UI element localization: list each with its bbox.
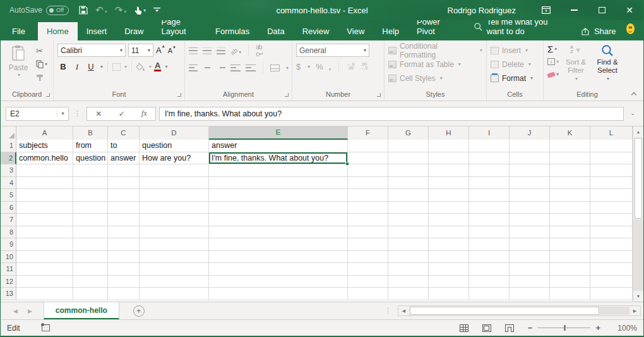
cell-F4[interactable] [348, 177, 388, 190]
cell-D8[interactable] [140, 226, 209, 239]
cell-I12[interactable] [469, 276, 510, 288]
cell-D5[interactable] [140, 189, 209, 202]
zoom-level[interactable]: 100% [614, 324, 637, 333]
cell-C6[interactable] [108, 202, 140, 214]
row-header-7[interactable]: 7 [1, 214, 16, 226]
top-align-icon[interactable] [189, 47, 198, 54]
cell-E13[interactable] [209, 288, 348, 300]
font-color-button[interactable]: A [154, 62, 161, 71]
italic-button[interactable]: I [71, 61, 83, 73]
align-left-icon[interactable] [189, 64, 198, 71]
cell-L1[interactable] [590, 140, 633, 152]
cell-C3[interactable] [108, 164, 140, 177]
cell-L3[interactable] [590, 164, 633, 177]
cell-G13[interactable] [388, 288, 429, 300]
row-header-5[interactable]: 5 [1, 189, 16, 202]
normal-view-icon[interactable] [460, 324, 468, 332]
cell-K6[interactable] [550, 202, 590, 214]
cell-F13[interactable] [348, 288, 388, 300]
font-size-dropdown-icon[interactable]: ▾ [148, 47, 150, 53]
cell-L11[interactable] [590, 263, 633, 276]
cell-E10[interactable] [209, 251, 348, 264]
cell-C4[interactable] [108, 177, 140, 190]
cell-B12[interactable] [73, 276, 108, 288]
fill-handle[interactable] [345, 162, 349, 166]
scroll-down-icon[interactable]: ▼ [633, 291, 643, 302]
cell-B4[interactable] [73, 177, 108, 190]
formula-bar-splitter[interactable]: ⋮ [74, 109, 81, 118]
column-header-J[interactable]: J [510, 126, 550, 140]
cell-K1[interactable] [550, 140, 590, 152]
cell-H4[interactable] [429, 177, 469, 190]
cell-G4[interactable] [388, 177, 429, 190]
column-header-D[interactable]: D [140, 126, 209, 140]
cell-G10[interactable] [388, 251, 429, 264]
insert-function-button[interactable]: fx [141, 109, 147, 118]
zoom-slider-thumb[interactable] [564, 325, 566, 331]
cell-F11[interactable] [348, 263, 388, 276]
column-header-I[interactable]: I [469, 126, 510, 140]
cell-L9[interactable] [590, 238, 633, 251]
cell-F3[interactable] [348, 164, 388, 177]
tab-home[interactable]: Home [38, 22, 78, 40]
cell-D2[interactable]: How are you? [140, 152, 209, 165]
decrease-indent-icon[interactable] [230, 64, 241, 71]
cell-L5[interactable] [590, 189, 633, 202]
cell-J2[interactable] [510, 152, 550, 165]
cell-E4[interactable] [209, 177, 348, 190]
cell-A7[interactable] [16, 214, 73, 226]
column-header-H[interactable]: H [429, 126, 469, 140]
clipboard-dialog-launcher[interactable] [45, 92, 51, 97]
horizontal-scroll-thumb[interactable] [410, 307, 599, 315]
cell-L7[interactable] [590, 214, 633, 226]
scroll-right-icon[interactable]: ▶ [629, 306, 640, 316]
user-name[interactable]: Rodrigo Rodriguez [448, 6, 516, 15]
autosave-toggle[interactable]: AutoSave Off [9, 6, 69, 15]
tab-view[interactable]: View [338, 22, 373, 40]
cell-C10[interactable] [108, 251, 140, 264]
cell-J8[interactable] [510, 226, 550, 239]
name-box-dropdown-icon[interactable]: ▾ [57, 111, 68, 116]
cell-H2[interactable] [429, 152, 469, 165]
merge-center-icon[interactable] [270, 64, 280, 71]
cell-G12[interactable] [388, 276, 429, 288]
number-dialog-launcher[interactable] [376, 92, 381, 97]
cell-A9[interactable] [16, 238, 73, 251]
cell-F5[interactable] [348, 189, 388, 202]
cell-B1[interactable]: from [73, 140, 108, 152]
touch-mouse-mode-icon[interactable]: ▾ [134, 6, 146, 15]
previous-sheet-icon[interactable]: ◀ [13, 308, 18, 314]
cell-E2[interactable]: I'm fine, thanks. What about you? [209, 152, 348, 165]
cancel-entry-button[interactable]: ✕ [95, 109, 102, 118]
cell-J7[interactable] [510, 214, 550, 226]
number-format-combo[interactable]: General ▾ [296, 44, 369, 57]
cell-G1[interactable] [388, 140, 429, 152]
scroll-up-icon[interactable]: ▲ [633, 126, 643, 137]
cell-G2[interactable] [388, 152, 429, 165]
cell-I7[interactable] [469, 214, 510, 226]
borders-dropdown-icon[interactable]: ▾ [124, 64, 127, 70]
cell-H7[interactable] [429, 214, 469, 226]
cell-E12[interactable] [209, 276, 348, 288]
decrease-font-size-button[interactable]: A▼ [168, 47, 176, 54]
cell-E7[interactable] [209, 214, 348, 226]
collapse-ribbon-icon[interactable] [631, 91, 637, 97]
fill-color-dropdown-icon[interactable]: ▾ [149, 64, 152, 70]
cell-J4[interactable] [510, 177, 550, 190]
row-header-13[interactable]: 13 [1, 288, 16, 300]
cell-I6[interactable] [469, 202, 510, 214]
formula-input[interactable]: I'm fine, thanks. What about you? [159, 107, 624, 121]
cell-K3[interactable] [550, 164, 590, 177]
cell-J5[interactable] [510, 189, 550, 202]
cell-G11[interactable] [388, 263, 429, 276]
tab-formulas[interactable]: Formulas [206, 22, 258, 40]
cell-L13[interactable] [590, 288, 633, 300]
cell-H10[interactable] [429, 251, 469, 264]
tab-file[interactable]: File [1, 22, 37, 40]
cell-B13[interactable] [73, 288, 108, 300]
row-header-10[interactable]: 10 [1, 251, 16, 264]
page-layout-view-icon[interactable] [482, 324, 491, 332]
cell-L12[interactable] [590, 276, 633, 288]
cell-D7[interactable] [140, 214, 209, 226]
cell-H9[interactable] [429, 238, 469, 251]
